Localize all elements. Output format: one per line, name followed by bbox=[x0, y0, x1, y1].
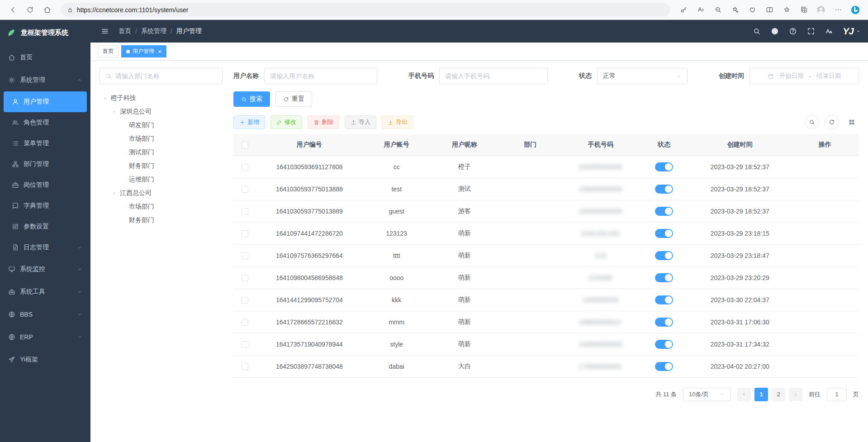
username-label: 用户名称 bbox=[233, 72, 259, 80]
profile-button[interactable] bbox=[813, 2, 829, 18]
sidebar-item-dict-management[interactable]: 字典管理 bbox=[0, 195, 90, 216]
password-manager-button[interactable] bbox=[675, 2, 692, 18]
sidebar-item-erp[interactable]: ERP bbox=[0, 326, 90, 348]
address-bar[interactable]: https://ccnetcore.com:1101/system/user bbox=[61, 3, 670, 17]
help-button[interactable] bbox=[786, 24, 800, 38]
status-toggle[interactable] bbox=[655, 251, 673, 260]
status-toggle[interactable] bbox=[655, 362, 673, 371]
add-button[interactable]: 新增 bbox=[233, 115, 265, 129]
user-avatar[interactable]: YJ bbox=[843, 26, 861, 37]
sidebar-item-home[interactable]: 首页 bbox=[0, 46, 90, 69]
sidebar-item-param-settings[interactable]: 参数设置 bbox=[0, 216, 90, 237]
status-toggle[interactable] bbox=[655, 295, 673, 304]
tree-node[interactable]: 市场部门 bbox=[100, 200, 223, 214]
goto-page-input[interactable] bbox=[827, 388, 847, 401]
phone-input[interactable] bbox=[439, 68, 548, 84]
edit-button[interactable]: 修改 bbox=[270, 115, 302, 129]
collections-button[interactable] bbox=[796, 2, 812, 18]
reload-button[interactable] bbox=[22, 2, 38, 18]
sidebar-item-role-management[interactable]: 角色管理 bbox=[0, 112, 90, 133]
sidebar-item-bbs[interactable]: BBS bbox=[0, 303, 90, 326]
page-button-2[interactable]: 2 bbox=[772, 388, 785, 401]
status-toggle[interactable] bbox=[655, 340, 673, 349]
sidebar-item-system-monitor[interactable]: 系统监控 bbox=[0, 258, 90, 280]
fullscreen-button[interactable] bbox=[804, 24, 818, 38]
page-button-1[interactable]: 1 bbox=[754, 388, 768, 401]
bing-button[interactable] bbox=[847, 2, 863, 18]
row-checkbox[interactable] bbox=[242, 341, 248, 348]
username-input[interactable] bbox=[264, 68, 377, 84]
tab-user-management[interactable]: 用户管理 × bbox=[121, 45, 166, 57]
export-button[interactable]: 导出 bbox=[382, 115, 413, 129]
tree-node[interactable]: 测试部门 bbox=[100, 146, 223, 159]
tree-node[interactable]: 橙子科技 bbox=[100, 91, 223, 105]
row-checkbox[interactable] bbox=[242, 275, 248, 281]
department-search-input[interactable] bbox=[115, 72, 217, 80]
browser-menu-button[interactable] bbox=[830, 2, 846, 18]
split-screen-button[interactable] bbox=[761, 2, 778, 18]
tree-node[interactable]: 运维部门 bbox=[100, 173, 223, 186]
tree-node[interactable]: 财务部门 bbox=[100, 214, 223, 227]
toggle-search-button[interactable] bbox=[805, 115, 819, 129]
sidebar-item-dept-management[interactable]: 部门管理 bbox=[0, 154, 90, 175]
refresh-table-button[interactable] bbox=[825, 115, 839, 129]
status-toggle[interactable] bbox=[655, 273, 673, 282]
delete-button[interactable]: 删除 bbox=[308, 115, 339, 129]
row-checkbox[interactable] bbox=[242, 164, 248, 171]
prev-page-button[interactable] bbox=[737, 388, 751, 401]
browser-essentials-button[interactable] bbox=[744, 2, 760, 18]
sidebar-item-label: BBS bbox=[20, 311, 33, 318]
row-checkbox[interactable] bbox=[242, 230, 248, 237]
row-checkbox[interactable] bbox=[242, 363, 248, 370]
created-time: 2023-03-31 17:34:32 bbox=[689, 333, 791, 355]
sidebar-item-system-management[interactable]: 系统管理 bbox=[0, 69, 90, 91]
tree-node[interactable]: 市场部门 bbox=[100, 132, 223, 146]
tab-home[interactable]: 首页 bbox=[98, 45, 119, 57]
sidebar-item-system-tools[interactable]: 系统工具 bbox=[0, 280, 90, 303]
status-toggle[interactable] bbox=[655, 162, 673, 171]
tree-node[interactable]: 财务部门 bbox=[100, 159, 223, 173]
read-aloud-button[interactable] bbox=[693, 2, 709, 18]
column-header-1: 用户账号 bbox=[363, 134, 431, 156]
page-size-select[interactable]: 10条/页 bbox=[683, 388, 731, 401]
header-search-button[interactable] bbox=[749, 24, 764, 38]
reset-button[interactable]: 重置 bbox=[275, 91, 312, 107]
row-checkbox[interactable] bbox=[242, 252, 248, 259]
search-button[interactable]: 搜索 bbox=[233, 91, 270, 107]
row-checkbox[interactable] bbox=[242, 297, 248, 304]
sidebar-item-log-management[interactable]: 日志管理 bbox=[0, 237, 90, 258]
favorites-button[interactable] bbox=[778, 2, 795, 18]
back-button[interactable] bbox=[5, 2, 21, 18]
date-range-picker[interactable]: 开始日期 - 结束日期 bbox=[749, 68, 859, 84]
breadcrumb-system[interactable]: 系统管理 bbox=[141, 27, 166, 35]
next-page-button[interactable] bbox=[789, 388, 802, 401]
breadcrumb-home[interactable]: 首页 bbox=[119, 27, 131, 35]
sidebar-item-user-management[interactable]: 用户管理 bbox=[4, 91, 87, 112]
sidebar-item-menu-management[interactable]: 菜单管理 bbox=[0, 133, 90, 154]
row-checkbox[interactable] bbox=[242, 208, 248, 215]
home-icon bbox=[43, 6, 51, 14]
add-favorite-button[interactable] bbox=[727, 2, 743, 18]
sidebar-item-post-management[interactable]: 岗位管理 bbox=[0, 175, 90, 195]
collapse-sidebar-button[interactable] bbox=[98, 24, 112, 38]
status-toggle[interactable] bbox=[655, 207, 673, 216]
import-button[interactable]: 导入 bbox=[345, 115, 376, 129]
browser-home-button[interactable] bbox=[39, 2, 55, 18]
font-size-button[interactable] bbox=[822, 24, 836, 38]
column-settings-button[interactable] bbox=[844, 115, 859, 129]
tree-node[interactable]: 深圳总公司 bbox=[100, 105, 223, 119]
github-button[interactable] bbox=[768, 24, 782, 38]
tree-node[interactable]: 研发部门 bbox=[100, 119, 223, 132]
zoom-button[interactable] bbox=[710, 2, 726, 18]
status-toggle[interactable] bbox=[655, 318, 673, 327]
status-select[interactable]: 正常 bbox=[597, 68, 688, 84]
row-checkbox[interactable] bbox=[242, 319, 248, 326]
row-checkbox[interactable] bbox=[242, 186, 248, 193]
sidebar-item-yi-framework[interactable]: Yi框架 bbox=[0, 348, 90, 371]
select-all-checkbox[interactable] bbox=[242, 142, 248, 148]
close-tab-icon[interactable]: × bbox=[158, 48, 161, 55]
status-toggle[interactable] bbox=[655, 185, 673, 194]
status-toggle[interactable] bbox=[655, 229, 673, 238]
tree-node[interactable]: 江西总公司 bbox=[100, 186, 223, 200]
column-header-7: 操作 bbox=[791, 134, 859, 156]
